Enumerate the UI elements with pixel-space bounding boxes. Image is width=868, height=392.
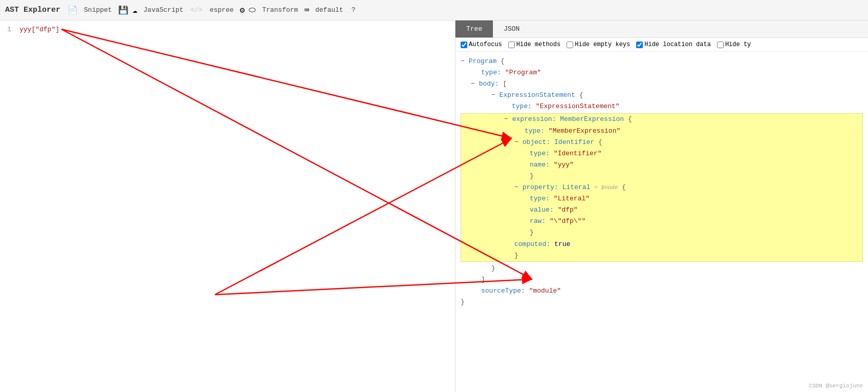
ast-tree[interactable]: − Program { type: "Program" − body: [ − …	[455, 52, 868, 392]
app-brand: AST Explorer	[5, 6, 60, 14]
node-body-close: ]	[461, 274, 863, 285]
opt-hide-empty-keys[interactable]: Hide empty keys	[567, 41, 630, 48]
language-label: JavaScript	[143, 6, 183, 14]
node-body: − body: [	[461, 78, 863, 90]
help-label: ?	[352, 6, 356, 14]
opt-autofocus[interactable]: Autofocus	[461, 41, 502, 48]
key-raw: raw:	[530, 217, 546, 225]
literal-close-brace: }	[530, 229, 534, 236]
node-expr-stmt-close: }	[461, 263, 863, 274]
key-value: value:	[530, 206, 554, 214]
code-editor[interactable]: 1 yyy["dfp"]	[0, 20, 455, 392]
val-value: "dfp"	[558, 206, 578, 214]
toggle-icon: ⬭	[249, 5, 256, 15]
key-computed: computed:	[514, 240, 550, 248]
node-expr-stmt-type: type: "ExpressionStatement"	[461, 101, 863, 112]
tab-json[interactable]: JSON	[493, 20, 530, 37]
opt-hide-location-data[interactable]: Hide location data	[636, 41, 711, 48]
parser-button[interactable]: espree	[208, 5, 236, 15]
hide-ty-checkbox[interactable]	[717, 42, 724, 48]
expr-stmt-brace: {	[579, 91, 583, 99]
code-icon: 📄	[68, 5, 78, 15]
attribution: CSDN @sergiojune	[809, 383, 863, 389]
collapse-object[interactable]: −	[514, 138, 518, 146]
val-member-expr: MemberExpression	[560, 115, 624, 123]
literal-brace: {	[622, 183, 626, 191]
node-program-type: type: "Program"	[461, 67, 863, 78]
identifier-brace: {	[598, 138, 602, 146]
expr-stmt-label: ExpressionStatement	[500, 91, 575, 99]
val-expr-stmt-type: "ExpressionStatement"	[536, 102, 620, 110]
key-object: object:	[523, 138, 551, 146]
main-content: 1 yyy["dfp"] Tree JSON	[0, 20, 868, 392]
svg-line-3	[215, 138, 455, 295]
transform-button[interactable]: Transform	[260, 5, 300, 15]
ast-options: Autofocus Hide methods Hide empty keys H…	[455, 38, 868, 52]
transform-label: Transform	[262, 6, 298, 14]
hide-methods-checkbox[interactable]	[508, 42, 515, 48]
node-name: name: "yyy"	[463, 159, 860, 171]
node-literal-close: }	[463, 227, 860, 238]
collapse-expression[interactable]: −	[504, 115, 508, 123]
node-expression-statement: − ExpressionStatement {	[461, 90, 863, 101]
node-member-type: type: "MemberExpression"	[463, 126, 860, 137]
sep1: </>	[190, 6, 202, 14]
code-line-1: 1 yyy["dfp"]	[7, 26, 448, 33]
key-property: property:	[523, 183, 558, 191]
node-computed: computed: true	[463, 239, 860, 250]
collapse-program[interactable]: −	[461, 57, 465, 65]
toolbar: AST Explorer 📄 Snippet 💾 ☁ JavaScript </…	[0, 0, 868, 20]
member-expr-brace: {	[628, 115, 632, 123]
help-button[interactable]: ?	[350, 5, 358, 15]
hide-location-data-checkbox[interactable]	[636, 42, 643, 48]
node-object: − object: Identifier {	[463, 137, 860, 148]
snippet-button[interactable]: Snippet	[82, 5, 114, 15]
body-close-bracket: ]	[481, 276, 485, 283]
default-label: default	[315, 6, 343, 14]
expr-stmt-close-brace: }	[491, 264, 495, 272]
val-member-type: "MemberExpression"	[549, 127, 620, 135]
key-type2: type:	[512, 102, 532, 110]
val-literal-type: "Literal"	[554, 195, 590, 202]
hide-empty-keys-label: Hide empty keys	[575, 41, 630, 48]
node-program: − Program {	[461, 56, 863, 67]
svg-line-2	[61, 29, 455, 279]
identifier-close-brace: }	[530, 172, 534, 180]
svg-line-4	[215, 279, 455, 295]
collapse-expr-stmt[interactable]: −	[491, 91, 495, 99]
ast-tabs: Tree JSON	[455, 20, 868, 38]
arrow-overlay	[0, 20, 455, 392]
opt-hide-ty[interactable]: Hide ty	[717, 41, 751, 48]
opt-hide-methods[interactable]: Hide methods	[508, 41, 560, 48]
node-expression: − expression: MemberExpression {	[463, 114, 860, 125]
code-text-1: yyy["dfp"]	[19, 26, 59, 33]
node-program-close: }	[461, 297, 863, 308]
dollar-node-label: = $node	[594, 184, 618, 191]
save-icon: 💾	[118, 5, 128, 15]
val-identifier: Identifier	[554, 138, 594, 146]
settings-icon[interactable]: ⚙	[240, 5, 245, 15]
language-button[interactable]: JavaScript	[141, 5, 185, 15]
autofocus-checkbox[interactable]	[461, 42, 467, 48]
member-close-brace: }	[504, 252, 518, 259]
node-literal-type: type: "Literal"	[463, 193, 860, 204]
hide-empty-keys-checkbox[interactable]	[567, 42, 573, 48]
val-identifier-type: "Identifier"	[554, 150, 602, 157]
val-name: "yyy"	[554, 161, 574, 169]
collapse-property[interactable]: −	[514, 183, 518, 191]
body-bracket: [	[503, 80, 507, 88]
autofocus-label: Autofocus	[469, 41, 502, 48]
hide-methods-label: Hide methods	[516, 41, 560, 48]
tab-tree[interactable]: Tree	[455, 20, 493, 37]
key-body: body:	[479, 80, 499, 88]
key-expression: expression:	[512, 115, 556, 123]
ast-pane: Tree JSON Autofocus Hide methods Hide em…	[455, 20, 868, 392]
node-raw: raw: "\"dfp\""	[463, 216, 860, 227]
val-literal: Literal	[562, 183, 591, 191]
key-type5: type:	[530, 195, 550, 202]
default-button[interactable]: default	[313, 5, 345, 15]
val-raw: "\"dfp\""	[550, 217, 585, 225]
collapse-body[interactable]: −	[471, 80, 475, 88]
program-close-brace: }	[461, 298, 465, 306]
node-identifier-type: type: "Identifier"	[463, 148, 860, 159]
